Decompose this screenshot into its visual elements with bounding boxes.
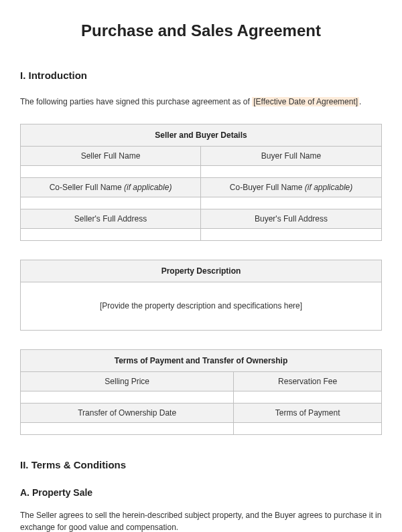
table2-header: Property Description [21,260,382,282]
buyer-name-label: Buyer Full Name [201,146,382,165]
cobuyer-prefix: Co-Buyer Full Name [230,183,305,192]
intro-suffix: . [359,97,361,106]
payment-terms-table: Terms of Payment and Transfer of Ownersh… [20,349,382,435]
buyer-address-field[interactable] [201,228,382,240]
cobuyer-name-field[interactable] [201,197,382,209]
intro-paragraph: The following parties have signed this p… [20,96,382,108]
subsection-a-heading: A. Property Sale [20,486,382,500]
seller-address-label: Seller's Full Address [21,209,201,228]
reservation-fee-label: Reservation Fee [234,371,382,391]
property-description-field[interactable]: [Provide the property description and sp… [21,282,382,330]
payment-terms-field[interactable] [234,422,382,434]
cobuyer-suffix: (if applicable) [305,183,352,192]
table1-header: Seller and Buyer Details [21,124,382,146]
payment-terms-label: Terms of Payment [234,403,382,422]
seller-name-label: Seller Full Name [21,146,201,165]
effective-date-placeholder: [Effective Date of Agreement] [252,97,359,106]
seller-name-field[interactable] [21,165,201,177]
section-1-heading: I. Introduction [20,68,382,84]
coseller-prefix: Co-Seller Full Name [50,183,124,192]
table3-header: Terms of Payment and Transfer of Ownersh… [21,349,382,371]
transfer-date-field[interactable] [21,422,234,434]
coseller-suffix: (if applicable) [124,183,172,192]
seller-buyer-table: Seller and Buyer Details Seller Full Nam… [20,124,382,241]
document-title: Purchase and Sales Agreement [20,19,382,43]
intro-prefix: The following parties have signed this p… [20,97,252,106]
selling-price-field[interactable] [21,391,234,403]
transfer-date-label: Transfer of Ownership Date [21,403,234,422]
selling-price-label: Selling Price [21,371,234,391]
property-sale-paragraph: The Seller agrees to sell the herein-des… [20,509,382,532]
coseller-name-field[interactable] [21,197,201,209]
property-description-table: Property Description [Provide the proper… [20,260,382,331]
buyer-address-label: Buyer's Full Address [201,209,382,228]
reservation-fee-field[interactable] [234,391,382,403]
cobuyer-name-label: Co-Buyer Full Name (if applicable) [201,177,382,197]
buyer-name-field[interactable] [201,165,382,177]
coseller-name-label: Co-Seller Full Name (if applicable) [21,177,201,197]
section-2-heading: II. Terms & Conditions [20,458,382,473]
seller-address-field[interactable] [21,228,201,240]
